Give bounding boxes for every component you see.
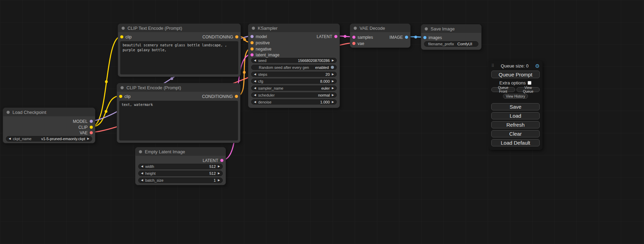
widget-steps[interactable]: ◀ steps 20 ▶: [251, 72, 337, 77]
collapse-dot-icon[interactable]: [121, 86, 124, 89]
collapse-dot-icon[interactable]: [7, 111, 10, 114]
decrement-arrow-icon[interactable]: ◀: [141, 172, 143, 175]
increment-arrow-icon[interactable]: ▶: [218, 172, 220, 175]
widget-ckpt-name[interactable]: ◀ ckpt_name v1-5-pruned-emaonly.ckpt ▶: [6, 136, 92, 142]
node-save-image[interactable]: Save Image images filename_prefix ComfyU…: [421, 24, 482, 50]
collapse-dot-icon[interactable]: [252, 27, 255, 30]
view-queue-button[interactable]: View Queue: [517, 87, 540, 92]
input-slot-clip[interactable]: clip: [120, 34, 132, 40]
node-title-bar[interactable]: VAE Decode: [350, 24, 410, 32]
node-clip-text-encode-negative[interactable]: CLIP Text Encode (Prompt) clip CONDITION…: [117, 83, 240, 143]
refresh-button[interactable]: Refresh: [491, 121, 540, 128]
widget-filename-prefix[interactable]: filename_prefix ComfyUI: [424, 41, 478, 47]
image-output-dot[interactable]: [405, 36, 408, 39]
latent-image-input-dot[interactable]: [250, 53, 254, 56]
conditioning-output-dot[interactable]: [235, 95, 238, 98]
decrement-arrow-icon[interactable]: ◀: [141, 165, 143, 168]
increment-arrow-icon[interactable]: ▶: [218, 179, 220, 182]
input-slot-positive[interactable]: positive: [250, 40, 270, 46]
node-empty-latent-image[interactable]: Empty Latent Image LATENT ◀ width 512 ▶ …: [135, 147, 226, 185]
collapse-dot-icon[interactable]: [122, 27, 125, 30]
decrement-arrow-icon[interactable]: ◀: [141, 179, 143, 182]
model-input-dot[interactable]: [250, 35, 254, 38]
decrement-arrow-icon[interactable]: ◀: [254, 80, 256, 83]
model-output-dot[interactable]: [90, 120, 93, 123]
queue-front-button[interactable]: Queue Front: [491, 87, 515, 92]
node-title-bar[interactable]: Save Image: [421, 25, 481, 33]
node-title-bar[interactable]: KSampler: [248, 24, 339, 32]
input-slot-model[interactable]: model: [250, 34, 267, 39]
node-ksampler[interactable]: KSampler model positive negative latent_…: [248, 24, 340, 108]
increment-arrow-icon[interactable]: ▶: [87, 137, 89, 140]
decrement-arrow-icon[interactable]: ◀: [254, 59, 256, 62]
output-slot-latent[interactable]: LATENT: [203, 157, 223, 163]
decrement-arrow-icon[interactable]: ◀: [9, 137, 11, 140]
collapse-dot-icon[interactable]: [425, 27, 428, 30]
increment-arrow-icon[interactable]: ▶: [218, 165, 220, 168]
increment-arrow-icon[interactable]: ▶: [332, 59, 334, 62]
clear-button[interactable]: Clear: [491, 130, 540, 137]
latent-output-dot[interactable]: [334, 35, 337, 38]
input-slot-negative[interactable]: negative: [250, 46, 271, 52]
widget-width[interactable]: ◀ width 512 ▶: [138, 164, 223, 169]
clip-input-dot[interactable]: [119, 95, 122, 98]
node-clip-text-encode-positive[interactable]: CLIP Text Encode (Prompt) clip CONDITION…: [118, 24, 241, 77]
input-slot-samples[interactable]: samples: [352, 34, 373, 40]
increment-arrow-icon[interactable]: ▶: [332, 101, 334, 103]
queue-prompt-button[interactable]: Queue Prompt: [491, 71, 540, 78]
vae-input-dot[interactable]: [352, 42, 355, 45]
clip-output-dot[interactable]: [90, 126, 93, 129]
view-history-button[interactable]: View History: [503, 94, 528, 99]
output-slot-conditioning[interactable]: CONDITIONING: [202, 34, 238, 40]
decrement-arrow-icon[interactable]: ◀: [254, 73, 256, 76]
decrement-arrow-icon[interactable]: ◀: [254, 94, 256, 97]
widget-random-seed-toggle[interactable]: Random seed after every gen enabled: [251, 65, 337, 70]
clip-input-dot[interactable]: [120, 35, 123, 38]
output-slot-vae[interactable]: VAE: [80, 130, 93, 136]
latent-output-dot[interactable]: [220, 159, 223, 162]
samples-input-dot[interactable]: [352, 36, 355, 39]
widget-cfg[interactable]: ◀ cfg 8.000 ▶: [251, 79, 337, 84]
widget-height[interactable]: ◀ height 512 ▶: [138, 171, 223, 176]
save-button[interactable]: Save: [491, 103, 540, 110]
widget-sampler-name[interactable]: ◀ sampler_name euler ▶: [251, 85, 337, 91]
node-title-bar[interactable]: CLIP Text Encode (Prompt): [117, 83, 240, 92]
load-default-button[interactable]: Load Default: [491, 139, 540, 146]
increment-arrow-icon[interactable]: ▶: [332, 94, 334, 97]
output-slot-latent[interactable]: LATENT: [317, 34, 337, 39]
widget-batch-size[interactable]: ◀ batch_size 1 ▶: [138, 178, 223, 183]
decrement-arrow-icon[interactable]: ◀: [254, 101, 256, 103]
node-vae-decode[interactable]: VAE Decode samples vae IMAGE: [350, 24, 411, 48]
increment-arrow-icon[interactable]: ▶: [332, 80, 334, 83]
collapse-dot-icon[interactable]: [354, 27, 357, 30]
prompt-textarea[interactable]: beautiful scenery nature glass bottle la…: [120, 41, 238, 74]
input-slot-latent-image[interactable]: latent_image: [250, 52, 280, 58]
widget-scheduler[interactable]: ◀ scheduler normal ▶: [251, 92, 337, 98]
negative-input-dot[interactable]: [250, 47, 254, 51]
widget-seed[interactable]: ◀ seed 156680208700286 ▶: [251, 58, 337, 63]
load-button[interactable]: Load: [491, 112, 540, 119]
widget-denoise[interactable]: ◀ denoise 1.000 ▶: [251, 99, 337, 105]
vae-output-dot[interactable]: [90, 131, 93, 134]
conditioning-output-dot[interactable]: [235, 35, 238, 38]
increment-arrow-icon[interactable]: ▶: [332, 73, 334, 76]
output-slot-conditioning[interactable]: CONDITIONING: [202, 93, 238, 99]
toggle-enabled-dot[interactable]: [331, 66, 334, 69]
increment-arrow-icon[interactable]: ▶: [332, 87, 334, 90]
output-slot-image[interactable]: IMAGE: [389, 34, 408, 40]
settings-gear-icon[interactable]: ⚙: [535, 63, 540, 69]
collapse-dot-icon[interactable]: [139, 150, 142, 153]
output-slot-clip[interactable]: CLIP: [78, 124, 93, 130]
queue-panel[interactable]: ⠿ Queue size: 0 ⚙ Queue Prompt Extra opt…: [488, 61, 542, 150]
positive-input-dot[interactable]: [250, 41, 254, 44]
images-input-dot[interactable]: [423, 36, 426, 39]
node-graph-canvas[interactable]: Load Checkpoint MODEL CLIP VAE ◀ ckpt_na…: [0, 0, 644, 244]
extra-options-checkbox[interactable]: [528, 81, 531, 85]
node-title-bar[interactable]: Empty Latent Image: [135, 147, 226, 156]
input-slot-images[interactable]: images: [423, 35, 442, 40]
decrement-arrow-icon[interactable]: ◀: [254, 87, 256, 90]
node-load-checkpoint[interactable]: Load Checkpoint MODEL CLIP VAE ◀ ckpt_na…: [3, 108, 95, 143]
output-slot-model[interactable]: MODEL: [73, 118, 93, 124]
input-slot-vae[interactable]: vae: [352, 40, 364, 46]
node-title-bar[interactable]: CLIP Text Encode (Prompt): [118, 24, 240, 32]
